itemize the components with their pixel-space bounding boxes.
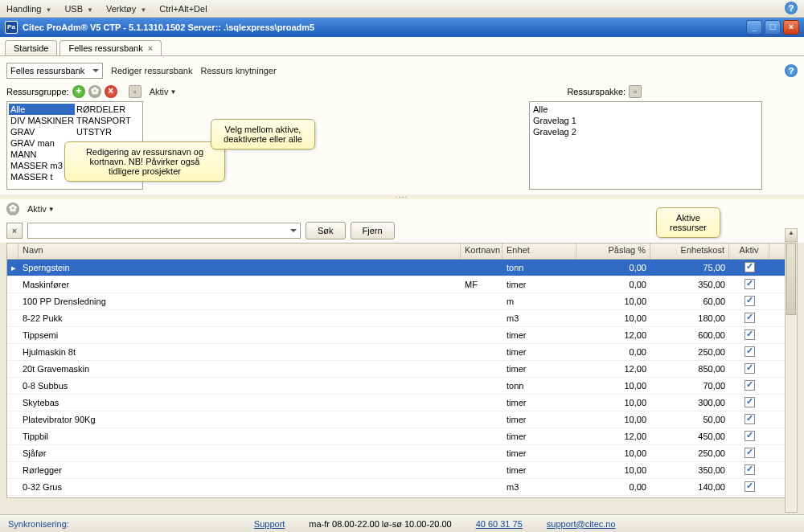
table-row[interactable]: Rørleggertimer10,00350,00 [7,462,797,479]
aktiv-checkbox[interactable] [745,363,755,374]
cell-navn: Platevibrator 90Kg [18,415,461,424]
menu-verktoy[interactable]: Verktøy ▼ [106,4,146,14]
resource-grid: Navn Kortnavn Enhet Påslag % Enhetskost … [6,243,798,498]
menu-handling[interactable]: Handling ▼ [6,4,51,14]
col-aktiv[interactable]: Aktiv [729,243,769,259]
table-row[interactable]: MaskinførerMFtimer0,00350,00 [7,276,797,293]
cell-paslag: 0,00 [576,482,650,492]
bank-combo[interactable]: Felles ressursbank [6,63,103,79]
action-icon[interactable]: ▫ [129,85,142,98]
pack-item[interactable]: Alle [531,104,760,115]
clear-button[interactable]: Fjern [351,222,395,239]
help-inline[interactable]: ? [785,64,798,77]
cell-kost: 450,00 [650,432,729,441]
minimize-button[interactable]: _ [746,20,762,35]
menu-ctrlaltdel[interactable]: Ctrl+Alt+Del [159,4,207,14]
link-rediger[interactable]: Rediger ressursbank [111,66,193,76]
support-email[interactable]: support@citec.no [547,519,616,529]
cell-enhet: timer [503,398,576,407]
cell-paslag: 10,00 [576,313,650,323]
table-row[interactable]: Hjulmaskin 8ttimer0,00250,00 [7,344,797,361]
pack-action-icon[interactable]: ▫ [629,85,642,98]
tab-startside[interactable]: Startside [5,40,57,55]
scroll-up-icon[interactable]: ▲ [786,229,797,242]
group-item[interactable]: TRANSPORT [75,115,141,126]
group-item[interactable]: DIV MASKINER [9,115,75,126]
help-button[interactable]: ? [785,2,798,14]
aktiv-checkbox[interactable] [745,313,755,323]
cell-enhet: timer [503,448,576,458]
callout-redigering: Redigering av ressursnavn og kortnavn. N… [64,141,225,182]
gear-icon[interactable]: ✿ [88,85,101,98]
ressursgruppe-label: Ressursgruppe: [6,87,69,96]
table-row[interactable]: ▸Sperngsteintonn0,0075,00 [7,260,797,276]
aktiv-filter-lower[interactable]: Aktiv▼ [27,204,55,214]
link-knytninger[interactable]: Ressurs knytninger [201,66,277,76]
clear-search-button[interactable]: × [6,223,23,239]
search-input[interactable] [27,223,301,239]
pack-list[interactable]: AlleGravelag 1Gravelag 2 [529,101,762,190]
col-kortnavn[interactable]: Kortnavn [461,243,503,259]
aktiv-checkbox[interactable] [745,448,755,458]
cell-paslag: 12,00 [576,330,650,340]
table-row[interactable]: 0-32 Grusm30,00140,00 [7,479,797,496]
aktiv-checkbox[interactable] [745,279,755,289]
aktiv-checkbox[interactable] [745,262,755,272]
col-navn[interactable]: Navn [18,243,461,259]
cell-paslag: 10,00 [576,398,650,407]
aktiv-checkbox[interactable] [745,296,755,306]
cell-paslag: 10,00 [576,381,650,391]
aktiv-filter-upper[interactable]: Aktiv▼ [150,87,177,96]
table-row[interactable]: Tippbiltimer12,00450,00 [7,428,797,445]
ressurspakke-label: Ressurspakke: [567,87,626,96]
close-icon[interactable]: × [148,43,153,53]
cell-paslag: 12,00 [576,364,650,374]
col-paslag[interactable]: Påslag % [576,243,650,259]
aktiv-checkbox[interactable] [745,380,755,391]
aktiv-checkbox[interactable] [745,397,755,407]
pack-item[interactable]: Gravelag 1 [531,115,760,126]
group-item[interactable]: RØRDELER [75,104,141,115]
scroll-thumb[interactable] [786,243,796,315]
aktiv-checkbox[interactable] [745,431,755,441]
aktiv-checkbox[interactable] [745,464,755,475]
aktiv-checkbox[interactable] [745,414,755,424]
cell-enhet: timer [503,465,576,475]
aktiv-checkbox[interactable] [745,481,755,492]
menu-usb[interactable]: USB ▼ [64,4,93,14]
support-link[interactable]: Support [254,519,285,529]
table-row[interactable]: 100 PP Drensledningm10,0060,00 [7,293,797,310]
table-row[interactable]: Tippsemitimer12,00600,00 [7,327,797,344]
grid-scrollbar[interactable]: ▲ [785,228,798,513]
gear-icon-lower[interactable]: ✿ [6,203,19,215]
table-row[interactable]: 20t Gravemaskintimer12,00850,00 [7,361,797,378]
aktiv-checkbox[interactable] [745,346,755,357]
table-row[interactable]: Sjåførtimer10,00250,00 [7,445,797,462]
table-row[interactable]: 8-22 Pukkm310,00180,00 [7,310,797,327]
tab-ressursbank[interactable]: Felles ressursbank× [59,40,162,55]
aktiv-checkbox[interactable] [745,329,755,340]
col-enhet[interactable]: Enhet [503,243,576,259]
search-button[interactable]: Søk [306,222,346,239]
cell-navn: Tippsemi [18,330,461,340]
pack-item[interactable]: Gravelag 2 [531,126,760,137]
cell-navn: Sjåfør [18,448,461,458]
cell-enhet: timer [503,347,576,357]
cell-paslag: 0,00 [576,263,650,272]
group-item[interactable]: GRAV [9,126,75,137]
cell-kost: 300,00 [650,398,729,407]
delete-icon[interactable]: × [105,85,117,98]
maximize-button[interactable]: □ [765,20,781,35]
table-row[interactable]: 0-8 Subbustonn10,0070,00 [7,378,797,395]
cell-paslag: 12,00 [576,432,650,441]
add-icon[interactable]: + [72,85,85,98]
table-row[interactable]: Skytebastimer10,00300,00 [7,395,797,411]
table-row[interactable]: Platevibrator 90Kgtimer10,0050,00 [7,411,797,428]
cell-paslag: 0,00 [576,347,650,357]
callout-aktive: Aktive ressurser [656,207,720,238]
support-phone[interactable]: 40 60 31 75 [476,519,523,529]
group-item[interactable]: UTSTYR [75,126,141,137]
group-item[interactable]: Alle [9,104,75,115]
close-button[interactable]: × [783,20,799,35]
col-enhetskost[interactable]: Enhetskost [650,243,729,259]
